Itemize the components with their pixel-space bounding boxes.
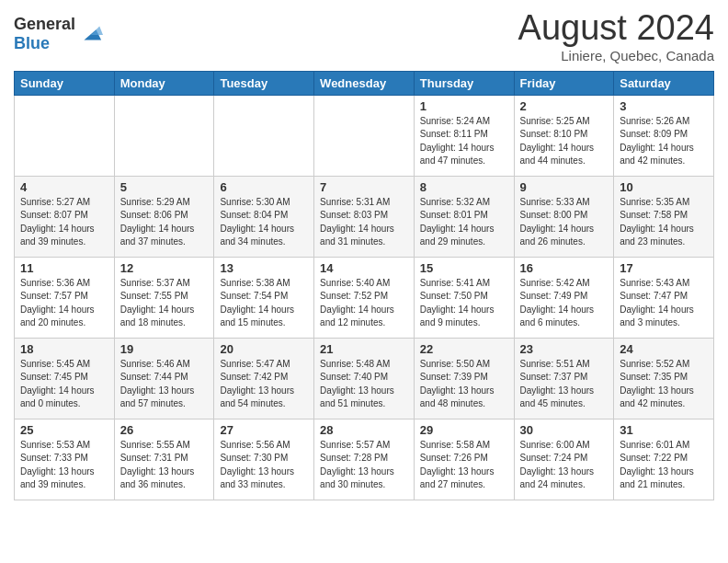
day-number: 30 [520, 423, 609, 437]
day-number: 19 [120, 342, 209, 356]
calendar-cell: 31Sunrise: 6:01 AM Sunset: 7:22 PM Dayli… [614, 419, 714, 500]
logo-text: General Blue [14, 15, 75, 53]
calendar-cell [314, 95, 415, 176]
cell-content: Sunrise: 5:42 AM Sunset: 7:49 PM Dayligh… [520, 277, 609, 330]
day-number: 1 [420, 99, 508, 113]
cell-content: Sunrise: 5:35 AM Sunset: 7:58 PM Dayligh… [620, 196, 708, 249]
page-header: General Blue August 2024 Liniere, Quebec… [14, 9, 714, 63]
day-number: 8 [420, 180, 508, 194]
day-number: 23 [520, 342, 609, 356]
cell-content: Sunrise: 6:01 AM Sunset: 7:22 PM Dayligh… [620, 439, 708, 492]
cell-content: Sunrise: 5:57 AM Sunset: 7:28 PM Dayligh… [320, 439, 408, 492]
day-number: 20 [220, 342, 308, 356]
calendar-cell: 1Sunrise: 5:24 AM Sunset: 8:11 PM Daylig… [414, 95, 514, 176]
month-title: August 2024 [518, 9, 714, 48]
day-number: 31 [620, 423, 708, 437]
cell-content: Sunrise: 5:29 AM Sunset: 8:06 PM Dayligh… [120, 196, 209, 249]
location-subtitle: Liniere, Quebec, Canada [518, 48, 714, 63]
calendar-cell: 17Sunrise: 5:43 AM Sunset: 7:47 PM Dayli… [614, 257, 714, 338]
logo: General Blue [14, 15, 103, 53]
cell-content: Sunrise: 5:58 AM Sunset: 7:26 PM Dayligh… [420, 439, 508, 492]
calendar-cell: 28Sunrise: 5:57 AM Sunset: 7:28 PM Dayli… [314, 419, 415, 500]
calendar-cell: 6Sunrise: 5:30 AM Sunset: 8:04 PM Daylig… [214, 176, 314, 257]
weekday-header-saturday: Saturday [614, 71, 714, 95]
calendar-cell: 8Sunrise: 5:32 AM Sunset: 8:01 PM Daylig… [414, 176, 514, 257]
day-number: 9 [520, 180, 609, 194]
calendar-cell: 20Sunrise: 5:47 AM Sunset: 7:42 PM Dayli… [214, 338, 314, 419]
calendar-cell: 21Sunrise: 5:48 AM Sunset: 7:40 PM Dayli… [314, 338, 415, 419]
calendar-cell: 13Sunrise: 5:38 AM Sunset: 7:54 PM Dayli… [214, 257, 314, 338]
calendar-cell: 14Sunrise: 5:40 AM Sunset: 7:52 PM Dayli… [314, 257, 415, 338]
day-number: 5 [120, 180, 209, 194]
cell-content: Sunrise: 5:24 AM Sunset: 8:11 PM Dayligh… [420, 115, 508, 168]
calendar-cell: 10Sunrise: 5:35 AM Sunset: 7:58 PM Dayli… [614, 176, 714, 257]
calendar-cell [114, 95, 214, 176]
calendar-cell: 18Sunrise: 5:45 AM Sunset: 7:45 PM Dayli… [15, 338, 115, 419]
day-number: 18 [20, 342, 108, 356]
weekday-header-tuesday: Tuesday [214, 71, 314, 95]
calendar-cell: 9Sunrise: 5:33 AM Sunset: 8:00 PM Daylig… [514, 176, 614, 257]
calendar-week-3: 11Sunrise: 5:36 AM Sunset: 7:57 PM Dayli… [15, 257, 714, 338]
calendar-cell: 19Sunrise: 5:46 AM Sunset: 7:44 PM Dayli… [114, 338, 214, 419]
cell-content: Sunrise: 6:00 AM Sunset: 7:24 PM Dayligh… [520, 439, 609, 492]
day-number: 7 [320, 180, 408, 194]
calendar-cell: 11Sunrise: 5:36 AM Sunset: 7:57 PM Dayli… [15, 257, 115, 338]
calendar-cell: 25Sunrise: 5:53 AM Sunset: 7:33 PM Dayli… [15, 419, 115, 500]
day-number: 28 [320, 423, 408, 437]
day-number: 29 [420, 423, 508, 437]
day-number: 27 [220, 423, 308, 437]
title-area: August 2024 Liniere, Quebec, Canada [518, 9, 714, 63]
cell-content: Sunrise: 5:41 AM Sunset: 7:50 PM Dayligh… [420, 277, 508, 330]
calendar-cell [15, 95, 115, 176]
cell-content: Sunrise: 5:37 AM Sunset: 7:55 PM Dayligh… [120, 277, 209, 330]
day-number: 13 [220, 261, 308, 275]
calendar-table: SundayMondayTuesdayWednesdayThursdayFrid… [14, 71, 714, 500]
calendar-cell: 2Sunrise: 5:25 AM Sunset: 8:10 PM Daylig… [514, 95, 614, 176]
calendar-body: 1Sunrise: 5:24 AM Sunset: 8:11 PM Daylig… [15, 95, 714, 500]
cell-content: Sunrise: 5:48 AM Sunset: 7:40 PM Dayligh… [320, 358, 408, 411]
day-number: 12 [120, 261, 209, 275]
weekday-header-thursday: Thursday [414, 71, 514, 95]
cell-content: Sunrise: 5:46 AM Sunset: 7:44 PM Dayligh… [120, 358, 209, 411]
cell-content: Sunrise: 5:52 AM Sunset: 7:35 PM Dayligh… [620, 358, 708, 411]
logo-icon [77, 21, 103, 47]
cell-content: Sunrise: 5:56 AM Sunset: 7:30 PM Dayligh… [220, 439, 308, 492]
calendar-cell: 29Sunrise: 5:58 AM Sunset: 7:26 PM Dayli… [414, 419, 514, 500]
calendar-cell: 16Sunrise: 5:42 AM Sunset: 7:49 PM Dayli… [514, 257, 614, 338]
calendar-cell: 22Sunrise: 5:50 AM Sunset: 7:39 PM Dayli… [414, 338, 514, 419]
calendar-cell: 4Sunrise: 5:27 AM Sunset: 8:07 PM Daylig… [15, 176, 115, 257]
calendar-week-4: 18Sunrise: 5:45 AM Sunset: 7:45 PM Dayli… [15, 338, 714, 419]
day-number: 10 [620, 180, 708, 194]
calendar-cell [214, 95, 314, 176]
cell-content: Sunrise: 5:47 AM Sunset: 7:42 PM Dayligh… [220, 358, 308, 411]
cell-content: Sunrise: 5:43 AM Sunset: 7:47 PM Dayligh… [620, 277, 708, 330]
cell-content: Sunrise: 5:27 AM Sunset: 8:07 PM Dayligh… [20, 196, 108, 249]
day-number: 14 [320, 261, 408, 275]
day-number: 24 [620, 342, 708, 356]
calendar-cell: 7Sunrise: 5:31 AM Sunset: 8:03 PM Daylig… [314, 176, 415, 257]
day-number: 2 [520, 99, 609, 113]
calendar-cell: 24Sunrise: 5:52 AM Sunset: 7:35 PM Dayli… [614, 338, 714, 419]
day-number: 26 [120, 423, 209, 437]
day-number: 3 [620, 99, 708, 113]
calendar-cell: 23Sunrise: 5:51 AM Sunset: 7:37 PM Dayli… [514, 338, 614, 419]
day-number: 17 [620, 261, 708, 275]
svg-marker-1 [91, 27, 103, 35]
day-number: 4 [20, 180, 108, 194]
calendar-cell: 30Sunrise: 6:00 AM Sunset: 7:24 PM Dayli… [514, 419, 614, 500]
calendar-header: SundayMondayTuesdayWednesdayThursdayFrid… [15, 71, 714, 95]
cell-content: Sunrise: 5:55 AM Sunset: 7:31 PM Dayligh… [120, 439, 209, 492]
cell-content: Sunrise: 5:50 AM Sunset: 7:39 PM Dayligh… [420, 358, 508, 411]
cell-content: Sunrise: 5:51 AM Sunset: 7:37 PM Dayligh… [520, 358, 609, 411]
cell-content: Sunrise: 5:36 AM Sunset: 7:57 PM Dayligh… [20, 277, 108, 330]
day-number: 25 [20, 423, 108, 437]
calendar-cell: 5Sunrise: 5:29 AM Sunset: 8:06 PM Daylig… [114, 176, 214, 257]
calendar-cell: 12Sunrise: 5:37 AM Sunset: 7:55 PM Dayli… [114, 257, 214, 338]
day-number: 16 [520, 261, 609, 275]
calendar-cell: 3Sunrise: 5:26 AM Sunset: 8:09 PM Daylig… [614, 95, 714, 176]
calendar-week-1: 1Sunrise: 5:24 AM Sunset: 8:11 PM Daylig… [15, 95, 714, 176]
calendar-cell: 27Sunrise: 5:56 AM Sunset: 7:30 PM Dayli… [214, 419, 314, 500]
weekday-row: SundayMondayTuesdayWednesdayThursdayFrid… [15, 71, 714, 95]
day-number: 11 [20, 261, 108, 275]
calendar-week-5: 25Sunrise: 5:53 AM Sunset: 7:33 PM Dayli… [15, 419, 714, 500]
